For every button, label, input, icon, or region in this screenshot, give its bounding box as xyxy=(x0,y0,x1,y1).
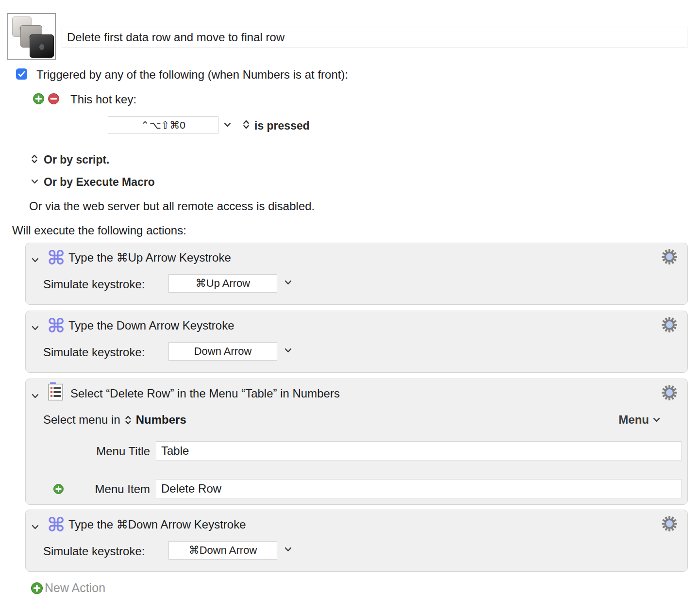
hotkey-field[interactable] xyxy=(108,116,218,133)
action-title: Select “Delete Row” in the Menu “Table” … xyxy=(70,387,340,400)
action-disclosure-chevron-icon[interactable] xyxy=(32,258,39,263)
keystroke-field[interactable] xyxy=(168,274,277,293)
new-action-label: New Action xyxy=(45,581,105,595)
app-popup-updown-icon[interactable] xyxy=(125,415,132,425)
action-title: Type the ⌘Down Arrow Keystroke xyxy=(68,518,246,531)
menu-popup-chevron-icon xyxy=(653,417,660,422)
or-by-execute-macro-chevron-icon[interactable] xyxy=(31,179,38,184)
action-gear-button[interactable] xyxy=(662,516,677,531)
hotkey-condition-popup[interactable]: is pressed xyxy=(254,119,310,132)
select-menu-in-label: Select menu in xyxy=(43,413,120,427)
new-action-plus-icon xyxy=(31,582,43,594)
add-trigger-button[interactable] xyxy=(33,93,44,104)
or-by-execute-macro-disclosure[interactable]: Or by Execute Macro xyxy=(44,176,155,189)
simulate-keystroke-label: Simulate keystroke: xyxy=(43,545,145,558)
hotkey-chevron-down-icon[interactable] xyxy=(224,122,231,127)
hotkey-label: This hot key: xyxy=(70,93,136,106)
app-popup[interactable]: Numbers xyxy=(136,413,186,427)
actions-section-label: Will execute the following actions: xyxy=(12,224,186,237)
or-by-script-updown-icon[interactable] xyxy=(31,154,38,164)
menu-title-input[interactable] xyxy=(156,441,682,461)
macro-icon xyxy=(7,13,56,60)
macro-name-input[interactable] xyxy=(62,27,687,48)
action-disclosure-chevron-icon[interactable] xyxy=(32,326,39,331)
keystroke-action-icon: ⌘ xyxy=(47,248,65,268)
trigger-section-label: Triggered by any of the following (when … xyxy=(36,68,348,82)
keystroke-chevron-down-icon[interactable] xyxy=(284,348,292,353)
menu-item-input[interactable] xyxy=(156,479,682,498)
new-action-button[interactable]: New Action xyxy=(31,581,105,595)
simulate-keystroke-label: Simulate keystroke: xyxy=(43,278,145,291)
menu-title-label: Menu Title xyxy=(26,445,150,458)
simulate-keystroke-label: Simulate keystroke: xyxy=(43,346,145,359)
keystroke-action-icon: ⌘ xyxy=(47,315,65,336)
remove-trigger-button[interactable] xyxy=(48,93,59,104)
action-select-menu-item: Select “Delete Row” in the Menu “Table” … xyxy=(25,379,688,505)
action-gear-button[interactable] xyxy=(662,317,677,332)
action-type-cmd-down-arrow: ⌘ Type the ⌘Down Arrow Keystroke Simulat… xyxy=(25,510,688,572)
menu-list-action-icon xyxy=(48,382,64,401)
action-title: Type the ⌘Up Arrow Keystroke xyxy=(68,251,231,264)
keycap-dark xyxy=(30,34,54,58)
action-disclosure-chevron-icon[interactable] xyxy=(32,525,39,529)
action-gear-button[interactable] xyxy=(662,385,677,400)
web-server-note: Or via the web server but all remote acc… xyxy=(29,199,315,213)
keystroke-field[interactable] xyxy=(168,342,277,361)
action-type-down-arrow: ⌘ Type the Down Arrow Keystroke Simulate… xyxy=(25,311,688,373)
keystroke-chevron-down-icon[interactable] xyxy=(284,280,292,285)
keystroke-action-icon: ⌘ xyxy=(47,514,65,535)
hotkey-condition-updown-icon[interactable] xyxy=(243,119,250,130)
menu-popup[interactable]: Menu xyxy=(618,413,660,427)
action-title: Type the Down Arrow Keystroke xyxy=(68,319,234,332)
or-by-script-popup[interactable]: Or by script. xyxy=(44,153,109,166)
menu-popup-label: Menu xyxy=(618,413,649,427)
action-type-cmd-up-arrow: ⌘ Type the ⌘Up Arrow Keystroke Simulate … xyxy=(25,243,688,305)
action-gear-button[interactable] xyxy=(662,249,677,264)
keystroke-field[interactable] xyxy=(168,541,277,560)
action-disclosure-chevron-icon[interactable] xyxy=(32,394,39,398)
trigger-enabled-checkbox[interactable] xyxy=(16,68,27,80)
keystroke-chevron-down-icon[interactable] xyxy=(284,547,292,552)
menu-item-label: Menu Item xyxy=(26,482,150,496)
